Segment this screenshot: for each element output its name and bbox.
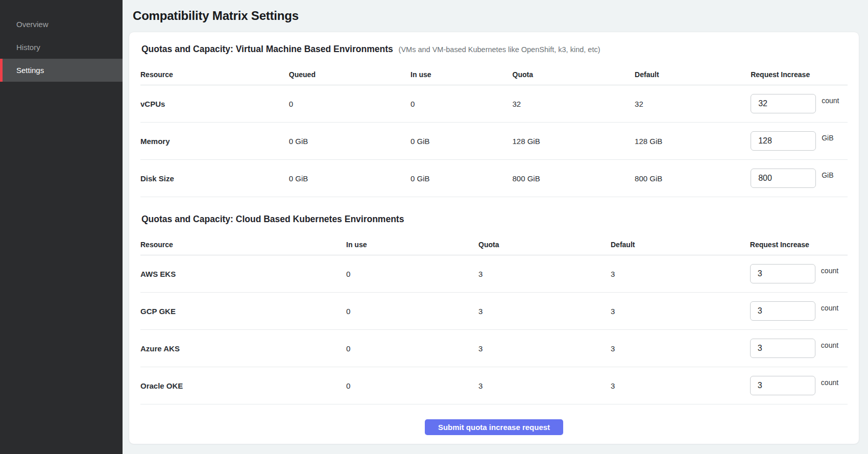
oracle-oke-request-input[interactable]: [750, 376, 815, 395]
request-increase-cell: count: [750, 301, 848, 321]
vm-section-title-text: Quotas and Capacity: Virtual Machine Bas…: [141, 44, 393, 54]
column-header-quota: Quota: [478, 241, 611, 249]
default-value: 3: [611, 307, 750, 316]
sidebar-item-history[interactable]: History: [0, 36, 123, 59]
resource-name: Oracle OKE: [140, 381, 346, 390]
resource-name: vCPUs: [140, 100, 289, 108]
quota-value: 32: [513, 100, 635, 108]
default-value: 128 GiB: [635, 137, 751, 146]
sidebar-item-label: Overview: [16, 20, 49, 29]
resource-name: Azure AKS: [140, 344, 346, 353]
sidebar-item-label: Settings: [16, 66, 44, 75]
resource-name: Memory: [140, 137, 289, 146]
unit-label: count: [821, 378, 838, 387]
vm-section-subtitle: (VMs and VM-based Kubernetes like OpenSh…: [399, 45, 600, 54]
in-use-value: 0: [411, 100, 512, 108]
cloud-section-title: Quotas and Capacity: Cloud Based Kuberne…: [141, 214, 848, 225]
sidebar-item-label: History: [16, 43, 40, 52]
column-header-default: Default: [635, 70, 751, 79]
quota-value: 3: [478, 270, 611, 278]
gcp-gke-request-input[interactable]: [750, 301, 815, 321]
in-use-value: 0: [346, 307, 478, 316]
column-header-resource: Resource: [140, 241, 346, 249]
disk-size-request-input[interactable]: [751, 169, 816, 188]
quotas-card: Quotas and Capacity: Virtual Machine Bas…: [129, 32, 859, 444]
cloud-section-title-text: Quotas and Capacity: Cloud Based Kuberne…: [141, 214, 404, 224]
table-row-aws-eks: AWS EKS 0 3 3 count: [140, 255, 848, 293]
table-row-disk-size: Disk Size 0 GiB 0 GiB 800 GiB 800 GiB Gi…: [140, 160, 848, 197]
in-use-value: 0 GiB: [411, 174, 512, 183]
in-use-value: 0 GiB: [411, 137, 512, 146]
default-value: 32: [635, 100, 751, 108]
vm-section-title: Quotas and Capacity: Virtual Machine Bas…: [141, 44, 848, 55]
sidebar-item-settings[interactable]: Settings: [0, 59, 123, 82]
table-row-azure-aks: Azure AKS 0 3 3 count: [140, 330, 848, 367]
quota-value: 128 GiB: [513, 137, 635, 146]
column-header-in-use: In use: [346, 241, 478, 249]
cloud-table-header: Resource In use Quota Default Request In…: [140, 234, 848, 255]
vcpus-request-input[interactable]: [751, 94, 816, 113]
aws-eks-request-input[interactable]: [750, 264, 815, 283]
submit-button-row: Submit quota increase request: [140, 404, 848, 435]
queued-value: 0: [289, 100, 411, 108]
unit-label: GiB: [822, 134, 833, 142]
request-increase-cell: GiB: [751, 169, 848, 188]
unit-label: count: [821, 267, 838, 275]
resource-name: GCP GKE: [140, 307, 346, 316]
default-value: 3: [611, 270, 750, 278]
column-header-queued: Queued: [289, 70, 411, 79]
in-use-value: 0: [346, 344, 478, 353]
page-title: Compatibility Matrix Settings: [133, 9, 859, 22]
default-value: 800 GiB: [635, 174, 751, 183]
unit-label: count: [822, 97, 839, 105]
resource-name: Disk Size: [140, 174, 289, 183]
request-increase-cell: count: [751, 94, 848, 113]
sidebar: Overview History Settings: [0, 0, 123, 454]
unit-label: GiB: [822, 171, 833, 179]
column-header-resource: Resource: [140, 70, 289, 79]
submit-quota-increase-button[interactable]: Submit quota increase request: [425, 419, 563, 435]
table-row-vcpus: vCPUs 0 0 32 32 count: [140, 85, 848, 123]
main-content: Compatibility Matrix Settings Quotas and…: [123, 0, 868, 454]
quota-value: 800 GiB: [513, 174, 635, 183]
in-use-value: 0: [346, 270, 478, 278]
request-increase-cell: count: [750, 339, 848, 358]
default-value: 3: [611, 381, 750, 390]
table-row-memory: Memory 0 GiB 0 GiB 128 GiB 128 GiB GiB: [140, 123, 848, 160]
request-increase-cell: GiB: [751, 131, 848, 151]
unit-label: count: [821, 304, 838, 312]
table-row-oracle-oke: Oracle OKE 0 3 3 count: [140, 367, 848, 404]
column-header-quota: Quota: [513, 70, 635, 79]
column-header-default: Default: [611, 241, 750, 249]
unit-label: count: [821, 341, 838, 349]
sidebar-item-overview[interactable]: Overview: [0, 13, 123, 36]
resource-name: AWS EKS: [140, 270, 346, 278]
column-header-in-use: In use: [411, 70, 512, 79]
request-increase-cell: count: [750, 264, 848, 283]
column-header-request-increase: Request Increase: [751, 70, 848, 79]
request-increase-cell: count: [750, 376, 848, 395]
in-use-value: 0: [346, 381, 478, 390]
queued-value: 0 GiB: [289, 137, 411, 146]
vm-table-header: Resource Queued In use Quota Default Req…: [140, 64, 848, 85]
table-row-gcp-gke: GCP GKE 0 3 3 count: [140, 293, 848, 330]
quota-value: 3: [478, 307, 611, 316]
azure-aks-request-input[interactable]: [750, 339, 815, 358]
column-header-request-increase: Request Increase: [750, 241, 848, 249]
queued-value: 0 GiB: [289, 174, 411, 183]
default-value: 3: [611, 344, 750, 353]
quota-value: 3: [478, 344, 611, 353]
memory-request-input[interactable]: [751, 131, 816, 151]
quota-value: 3: [478, 381, 611, 390]
